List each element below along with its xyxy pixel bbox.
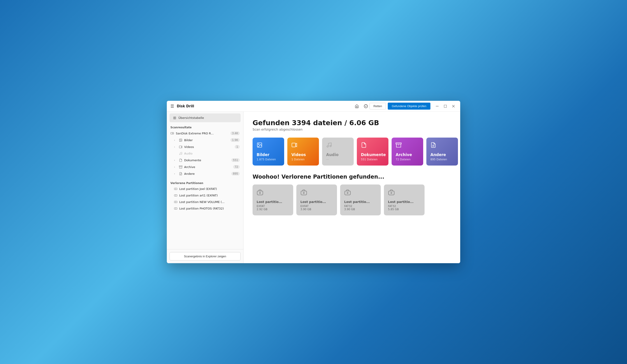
bilder-card-count: 1.875 Dateien	[257, 158, 280, 161]
partition-card-1[interactable]: Lost partitio... EXFAT 2.92 GB	[253, 184, 293, 215]
sidebar-disk-item[interactable]: SanDisk Extreme PRO R... 3.4K	[167, 130, 243, 137]
show-in-explorer-button[interactable]: Scanergebnis in Explorer zeigen	[169, 252, 241, 261]
lost-partition-art1-label: Lost partition art1 (EXFAT)	[179, 194, 217, 197]
archive-label: Archive	[184, 165, 231, 169]
headline: Gefunden 3394 dateien / 6.06 GB	[253, 119, 451, 127]
partition-disk-icon4	[174, 207, 177, 210]
lost-partition-new-volume[interactable]: Lost partition NEW VOLUME (...	[167, 199, 243, 205]
card-videos[interactable]: Videos 1 Dateien	[287, 137, 319, 166]
partition-fs-2: EXFAT	[300, 205, 333, 208]
overview-label: Übersichtstabelle	[178, 116, 204, 120]
sidebar-item-bilder[interactable]: › Bilder 1.9K	[167, 137, 243, 143]
check-icon-btn[interactable]	[362, 103, 369, 110]
sidebar-item-archive[interactable]: › Archive 72	[167, 164, 243, 170]
andere-icon	[179, 172, 182, 176]
content-area: Gefunden 3394 dateien / 6.06 GB Scan erf…	[244, 112, 460, 263]
app-title: Disk Drill	[177, 104, 194, 108]
audio-card-count: —	[326, 158, 350, 161]
partition-icon-4	[388, 189, 420, 197]
card-bilder[interactable]: Bilder 1.875 Dateien	[253, 137, 284, 166]
lost-partition-photos[interactable]: Lost partition PHOTOS (FAT32)	[167, 205, 243, 212]
andere-count: 895	[231, 172, 240, 176]
archive-count: 72	[233, 165, 240, 169]
svg-point-43	[391, 192, 392, 193]
svg-rect-28	[292, 143, 295, 147]
lost-partition-new-volume-label: Lost partition NEW VOLUME (...	[179, 200, 225, 204]
audio-icon	[179, 152, 182, 155]
card-archive[interactable]: Archive 72 Dateien	[392, 137, 423, 166]
andere-label: Andere	[184, 172, 230, 176]
bilder-card-icon	[257, 142, 280, 149]
title-bar-left: ☰ Disk Drill	[170, 104, 335, 108]
lost-partition-joel[interactable]: Lost partition Joel (EXFAT)	[167, 186, 243, 192]
videos-card-count: 1 Dateien	[291, 158, 315, 161]
close-button[interactable]	[450, 103, 457, 109]
chevron-icon: ›	[174, 139, 177, 142]
minimize-button[interactable]	[434, 103, 440, 109]
videos-card-title: Videos	[291, 152, 315, 157]
partition-fs-4: FAT32	[388, 205, 420, 208]
archive-card-title: Archive	[396, 152, 419, 157]
dokumente-icon	[179, 159, 182, 162]
window-controls	[434, 103, 457, 109]
videos-icon	[179, 145, 182, 149]
partition-card-3[interactable]: Lost partitio... FAT32 3.90 GB	[340, 184, 381, 215]
andere-card-title: Andere	[430, 152, 454, 157]
sidebar-item-videos[interactable]: › Videos 1	[167, 143, 243, 150]
svg-rect-10	[179, 146, 181, 148]
retten-button[interactable]: Retten	[369, 103, 386, 109]
audio-label: Audio	[184, 152, 240, 155]
svg-rect-1	[436, 106, 439, 106]
partition-icon-1	[257, 189, 289, 197]
sidebar-item-audio[interactable]: › Audio	[167, 150, 243, 157]
partition-fs-3: FAT32	[344, 205, 377, 208]
svg-point-13	[181, 154, 182, 154]
bilder-card-title: Bilder	[257, 152, 280, 157]
sidebar-item-dokumente[interactable]: › Dokumente 551	[167, 157, 243, 164]
chevron-icon-dokumente: ›	[174, 159, 177, 162]
svg-marker-11	[181, 146, 182, 148]
card-andere[interactable]: Andere 895 Dateien	[426, 137, 458, 166]
chevron-icon-videos: ›	[174, 145, 177, 148]
sidebar: ⊞ Übersichtstabelle Scanresultate SanDis…	[167, 112, 244, 263]
card-audio[interactable]: Audio —	[322, 137, 354, 166]
svg-rect-40	[345, 191, 351, 195]
home-icon-btn[interactable]	[353, 103, 361, 110]
lost-partition-joel-label: Lost partition Joel (EXFAT)	[179, 187, 217, 190]
svg-point-7	[173, 133, 173, 134]
svg-point-41	[347, 192, 348, 193]
svg-point-9	[180, 139, 180, 140]
partition-card-4[interactable]: Lost partitio... FAT32 5.85 GB	[384, 184, 424, 215]
app-window: ☰ Disk Drill Retten Gefundene Objekte pr…	[167, 101, 460, 263]
lost-partitions-label: Verlorene Partitionen	[167, 180, 243, 186]
maximize-button[interactable]	[442, 103, 448, 109]
archive-card-count: 72 Dateien	[396, 158, 419, 161]
subtitle: Scan erfolgreich abgeschlossen	[253, 128, 451, 131]
sidebar-bottom: Scanergebnis in Explorer zeigen	[167, 249, 243, 263]
title-bar-actions: Retten Gefundene Objekte prüfen	[369, 103, 430, 110]
partition-card-2[interactable]: Lost partitio... EXFAT 3.90 GB	[296, 184, 337, 215]
disk-icon	[170, 132, 174, 135]
chevron-icon-archive: ›	[174, 166, 177, 169]
card-dokumente[interactable]: Dokumente 551 Dateien	[357, 137, 388, 166]
check-objects-button[interactable]: Gefundene Objekte prüfen	[388, 103, 430, 110]
lost-partition-art1[interactable]: Lost partition art1 (EXFAT)	[167, 192, 243, 199]
audio-card-icon	[326, 142, 350, 149]
overview-btn[interactable]: ⊞ Übersichtstabelle	[169, 113, 241, 122]
partition-title-3: Lost partitio...	[344, 200, 377, 204]
menu-icon[interactable]: ☰	[170, 104, 174, 108]
lost-partitions-section-title: Woohoo! Verlorene Partitionen gefunden..…	[253, 174, 451, 180]
audio-card-title: Audio	[326, 152, 350, 157]
dokumente-label: Dokumente	[184, 159, 230, 162]
partition-size-4: 5.85 GB	[388, 208, 420, 211]
lost-partition-photos-label: Lost partition PHOTOS (FAT32)	[179, 207, 224, 210]
disk-count: 3.4K	[230, 132, 240, 135]
category-cards: Bilder 1.875 Dateien Videos 1 Dateien	[253, 137, 451, 166]
svg-marker-29	[295, 143, 297, 147]
disk-label: SanDisk Extreme PRO R...	[176, 132, 229, 135]
sidebar-item-andere[interactable]: › Andere 895	[167, 170, 243, 177]
andere-card-icon	[430, 142, 454, 149]
partition-size-2: 3.90 GB	[300, 208, 333, 211]
dokumente-card-count: 551 Dateien	[361, 158, 384, 161]
svg-point-31	[330, 145, 331, 147]
